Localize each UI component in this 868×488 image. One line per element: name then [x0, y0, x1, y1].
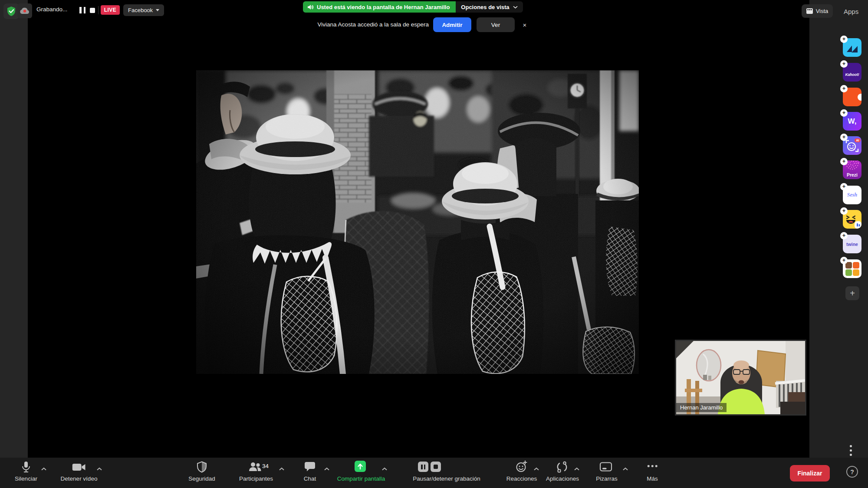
add-app-plus-badge[interactable]: +	[840, 207, 848, 215]
help-button[interactable]: ?	[846, 466, 858, 478]
view-layout-button[interactable]: Vista	[802, 4, 833, 18]
whiteboard-icon[interactable]	[600, 462, 612, 474]
add-app-plus-badge[interactable]: +	[840, 158, 848, 165]
add-app-button[interactable]: +	[845, 286, 859, 300]
wooclap-label: W,	[848, 117, 857, 126]
chat-button[interactable]: Chat	[304, 475, 316, 482]
pause-recording-toolbar-button[interactable]	[418, 462, 428, 472]
reactions-options-chevron[interactable]	[533, 465, 539, 472]
participant-name-label: Hernan Jaramillo	[676, 403, 727, 412]
left-edge-panel	[0, 0, 28, 458]
whiteboards-button[interactable]: Pizarras	[596, 475, 618, 482]
live-badge: LIVE	[101, 5, 120, 15]
speaker-icon	[307, 4, 314, 10]
app-tile-ai-camera[interactable]: + AI	[843, 136, 861, 155]
apps-button[interactable]: Aplicaciones	[546, 475, 579, 482]
stop-recording-button[interactable]	[90, 8, 95, 13]
recording-status-label: Grabando...	[36, 6, 67, 13]
meeting-info-button[interactable]	[3, 3, 19, 19]
share-banner-message: Usted está viendo la pantalla de Hernan …	[317, 4, 450, 10]
app-tile-blue-presentation[interactable]: +	[843, 38, 861, 57]
app-tile-sesh[interactable]: + Sesh	[843, 186, 861, 204]
share-screen-icon[interactable]	[355, 461, 366, 472]
add-app-plus-badge[interactable]: +	[840, 36, 848, 43]
app-tile-color-grid[interactable]: +	[843, 259, 861, 278]
live-channel-label: Facebook	[128, 7, 153, 13]
add-app-plus-badge[interactable]: +	[840, 134, 848, 141]
chat-icon[interactable]	[304, 462, 316, 474]
share-screen-button[interactable]: Compartir pantalla	[337, 475, 385, 482]
live-channel-dropdown[interactable]: Facebook	[123, 4, 164, 16]
share-banner-message-section: Usted está viendo la pantalla de Hernan …	[303, 1, 456, 13]
app-tile-orange-puzzle[interactable]: +	[843, 88, 861, 106]
gallery-view-icon	[806, 8, 813, 14]
video-options-chevron[interactable]	[96, 465, 102, 472]
apps-icon[interactable]	[556, 461, 568, 475]
app-tile-wooclap[interactable]: + W,	[843, 112, 861, 131]
security-icon[interactable]	[197, 461, 207, 475]
add-app-plus-badge[interactable]: +	[840, 109, 848, 117]
reactions-icon[interactable]	[516, 460, 528, 474]
end-meeting-button[interactable]: Finalizar	[790, 465, 830, 481]
add-app-plus-badge[interactable]: +	[840, 183, 848, 190]
apps-panel-title: Apps	[844, 8, 858, 15]
divider	[98, 6, 99, 14]
stop-recording-toolbar-button[interactable]	[431, 462, 441, 472]
self-video-thumbnail[interactable]: Hernan Jaramillo	[675, 340, 806, 416]
see-waiting-room-button[interactable]: Ver	[477, 17, 515, 32]
chat-options-chevron[interactable]	[324, 465, 330, 472]
close-icon[interactable]: ×	[519, 19, 530, 30]
admit-button[interactable]: Admitir	[433, 17, 471, 32]
view-options-label: Opciones de vista	[461, 4, 509, 10]
app-tile-prezi[interactable]: + Prezi	[843, 160, 861, 179]
share-options-chevron[interactable]	[381, 465, 388, 472]
camera-icon[interactable]	[72, 462, 86, 474]
security-shield-icon	[7, 6, 16, 16]
screen-share-banner: Usted está viendo la pantalla de Hernan …	[303, 1, 523, 13]
chevron-down-icon	[156, 9, 159, 11]
whiteboards-options-chevron[interactable]	[622, 465, 628, 472]
microphone-icon[interactable]	[21, 461, 31, 475]
add-app-plus-badge[interactable]: +	[840, 60, 848, 68]
more-button[interactable]: Más	[647, 475, 658, 482]
bw-crowd-photo	[196, 70, 639, 374]
kahoot-label: Kahoot!	[845, 72, 859, 77]
add-app-plus-badge[interactable]: +	[840, 232, 848, 239]
recording-cloud-button[interactable]	[17, 3, 32, 18]
pause-stop-recording-button[interactable]: Pausar/detener grabación	[413, 475, 480, 482]
chevron-down-icon	[513, 6, 518, 9]
add-app-plus-badge[interactable]: +	[840, 257, 848, 264]
app-tile-laughing-emoji[interactable]: +	[843, 210, 861, 229]
pause-recording-button[interactable]	[79, 7, 85, 13]
apps-options-chevron[interactable]	[574, 465, 580, 472]
shared-screen-photo	[196, 70, 639, 374]
recording-cloud-icon	[20, 7, 30, 15]
more-options-icon[interactable]	[648, 465, 658, 467]
participants-icon[interactable]	[249, 462, 262, 474]
view-layout-label: Vista	[816, 8, 829, 14]
view-options-dropdown[interactable]: Opciones de vista	[456, 1, 523, 13]
mute-options-chevron[interactable]	[41, 465, 47, 472]
participants-count: 34	[262, 463, 269, 469]
twine-label: twine	[846, 242, 858, 247]
zoom-meeting-window: Grabando... LIVE Facebook Usted está vie…	[0, 0, 868, 488]
mute-button[interactable]: Silenciar	[15, 475, 37, 482]
participants-button[interactable]: Participantes	[239, 475, 273, 482]
participants-options-chevron[interactable]	[279, 465, 285, 472]
ai-badge: AI	[855, 138, 861, 142]
security-button[interactable]: Seguridad	[188, 475, 215, 482]
waiting-room-message: Viviana Acosta accedió a la sala de espe…	[260, 19, 429, 30]
reactions-button[interactable]: Reacciones	[506, 475, 537, 482]
app-tile-kahoot[interactable]: + Kahoot!	[843, 63, 861, 82]
stop-video-button[interactable]: Detener vídeo	[61, 475, 98, 482]
prezi-label: Prezi	[847, 172, 858, 177]
app-tile-twine[interactable]: + twine	[843, 235, 861, 253]
sidebar-more-menu-icon[interactable]	[850, 445, 852, 456]
sesh-label: Sesh	[847, 192, 857, 198]
add-app-plus-badge[interactable]: +	[840, 85, 848, 92]
